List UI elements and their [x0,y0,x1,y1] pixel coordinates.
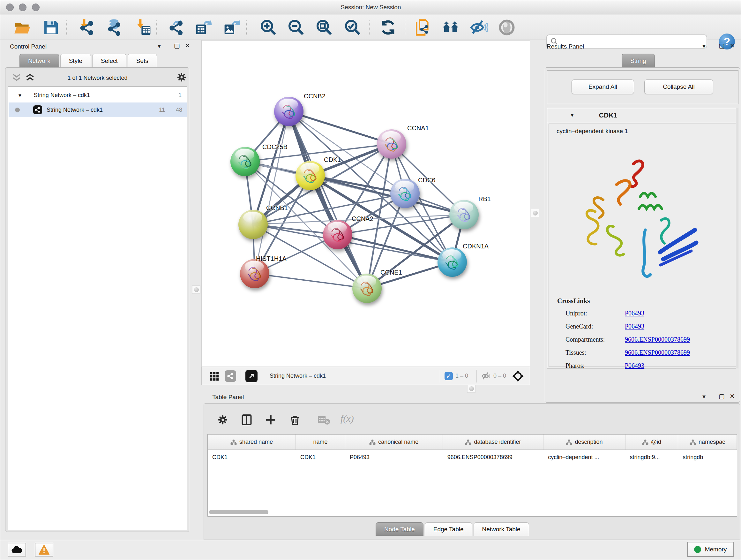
cell-@id[interactable]: stringdb:9... [625,450,678,464]
export-table-icon[interactable] [195,18,212,37]
expand-all-button[interactable]: Expand All [571,79,634,94]
column-header-name[interactable]: name [296,435,345,449]
panel-close-icon[interactable]: ✕ [185,42,190,50]
save-session-icon[interactable] [42,18,60,37]
left-splitter-handle[interactable] [192,286,200,294]
edge-CCNA2-CDKN1A[interactable] [338,235,452,262]
network-canvas[interactable]: CCNB2CCNA1CDC25BCDK1CDC6RB1CCNB1CCNA2CDK… [201,40,530,367]
node-CDC25B[interactable] [230,147,260,176]
column-header-canonical-name[interactable]: canonical name [345,435,443,449]
copy-network-icon[interactable] [414,18,431,37]
selected-nodes-checkbox[interactable]: ✓ [445,372,453,380]
import-table-icon[interactable] [134,18,152,37]
crosslink-value[interactable]: 9606.ENSP00000378699 [625,349,690,356]
node-CCNB1[interactable] [239,210,268,239]
toolbar-separator [246,20,247,35]
table-gear-icon[interactable] [217,415,228,425]
panel-maximize-icon[interactable]: ▢ [174,42,180,50]
cell-namespac[interactable]: stringdb [678,450,737,464]
column-header-database-identifier[interactable]: database identifier [443,435,544,449]
tab-network[interactable]: Network [19,54,59,68]
collapse-all-button[interactable]: Collapse All [644,79,713,94]
export-network-icon[interactable] [167,18,185,37]
zoom-in-icon[interactable] [259,18,277,37]
grayscale-sphere-icon[interactable] [498,18,516,37]
node-CCNE1[interactable] [352,273,382,303]
crosslink-value[interactable]: P06493 [625,310,644,317]
results-panel-title: Results Panel [547,43,584,50]
cell-canonical-name[interactable]: P06493 [345,450,443,464]
panel-close-icon[interactable]: ✕ [730,392,735,400]
cloud-button[interactable] [8,543,26,557]
panel-float-icon[interactable]: ▾ [702,393,705,400]
add-column-icon[interactable] [265,415,276,425]
memory-button[interactable]: Memory [687,542,734,557]
column-header-shared-name[interactable]: shared name [208,435,296,449]
node-RB1[interactable] [449,200,479,229]
network-share-view-icon[interactable] [225,370,236,382]
string-home-icon[interactable] [442,18,460,37]
collection-expand-arrow[interactable]: ▼ [17,92,22,98]
cell-database-identifier[interactable]: 9606.ENSP00000378699 [443,450,544,464]
edge-HIST1H1A-CCNE1[interactable] [255,273,367,288]
grid-view-icon[interactable] [209,371,219,381]
hidden-eye-icon[interactable] [481,371,491,381]
cell-description[interactable]: cyclin–dependent ... [543,450,625,464]
network-collection-row[interactable]: ▼ String Network – cdk1 1 [9,88,187,103]
node-CCNA1[interactable] [377,129,406,159]
column-header-namespac[interactable]: namespac [678,435,737,449]
gear-icon[interactable] [177,72,187,82]
warning-button[interactable] [35,543,53,557]
table-horizontal-scrollbar[interactable] [209,510,268,514]
zoom-out-icon[interactable] [287,18,305,37]
collection-name: String Network – cdk1 [34,92,90,99]
crosslink-value[interactable]: 9606.ENSP00000378699 [625,336,690,343]
table-row[interactable]: CDK1CDK1P064939606.ENSP00000378699cyclin… [208,450,737,464]
panel-float-icon[interactable]: ▾ [702,42,705,50]
crosslink-label: Pharos: [565,362,625,369]
hide-unhide-icon[interactable] [470,18,488,37]
detach-view-icon[interactable] [246,370,258,382]
column-header-@id[interactable]: @id [625,435,678,449]
tab-sets[interactable]: Sets [128,54,157,68]
refresh-layout-icon[interactable] [379,18,397,37]
cdk1-section-header[interactable]: ▼ CDK1 [547,108,738,122]
results-scrollbar[interactable] [736,108,738,368]
edge-CCNB2-CCNE1[interactable] [289,111,367,288]
tab-string[interactable]: String [622,54,655,68]
tab-edge-table[interactable]: Edge Table [425,522,472,536]
node-CDK1[interactable] [295,161,325,190]
node-CCNA2[interactable] [323,220,352,249]
right-splitter-handle[interactable] [531,209,539,217]
cell-shared-name[interactable]: CDK1 [208,450,296,464]
zoom-selected-icon[interactable] [344,18,361,37]
node-HIST1H1A[interactable] [240,259,269,288]
panel-maximize-icon[interactable]: ▢ [719,42,725,50]
panel-maximize-icon[interactable]: ▢ [719,392,725,400]
column-header-description[interactable]: description [543,435,625,449]
tab-select[interactable]: Select [92,54,126,68]
node-CDKN1A[interactable] [437,247,467,277]
delete-column-icon[interactable] [289,414,300,426]
panel-close-icon[interactable]: ✕ [730,42,735,50]
import-network-database-icon[interactable] [105,18,123,37]
birdseye-navigator-icon[interactable] [512,370,524,382]
show-columns-icon[interactable] [241,414,253,426]
tab-network-table[interactable]: Network Table [474,522,529,536]
panel-float-icon[interactable]: ▾ [158,42,161,50]
crosslink-value[interactable]: P06493 [625,323,644,330]
section-collapse-arrow[interactable]: ▼ [569,112,575,118]
tab-node-table[interactable]: Node Table [376,522,423,536]
cell-name[interactable]: CDK1 [296,450,345,464]
network-row-selected[interactable]: String Network – cdk1 11 48 [9,103,187,117]
edge-CCNB2-CCNA1[interactable] [289,111,392,144]
export-image-icon[interactable] [223,18,241,37]
crosslink-value[interactable]: P06493 [625,362,644,369]
import-network-file-icon[interactable] [78,18,96,37]
node-CDC6[interactable] [390,179,420,208]
tab-style[interactable]: Style [60,54,91,68]
open-session-icon[interactable] [14,18,31,37]
node-CCNB2[interactable] [274,97,304,126]
table-panel-box: f(x) shared namenamecanonical namedataba… [204,403,740,540]
zoom-fit-icon[interactable] [315,18,333,37]
